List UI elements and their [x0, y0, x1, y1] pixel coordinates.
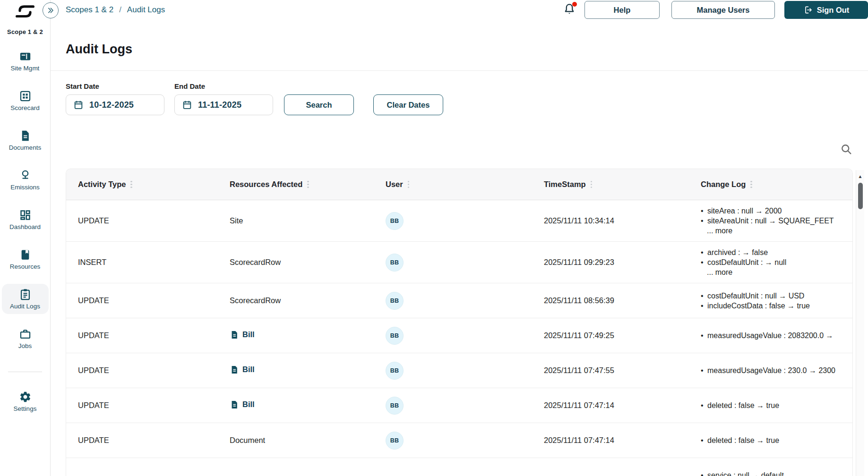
- user-avatar[interactable]: BB: [386, 362, 404, 380]
- manage-users-button[interactable]: Manage Users: [671, 1, 775, 19]
- start-date-input[interactable]: 10-12-2025: [66, 94, 164, 115]
- column-header-activity-type[interactable]: Activity Type: [66, 180, 218, 189]
- column-menu-icon[interactable]: [591, 181, 593, 188]
- user-avatar[interactable]: BB: [386, 212, 404, 230]
- bullet-icon: •: [701, 216, 707, 226]
- user-avatar[interactable]: BB: [386, 292, 404, 310]
- sidebar-expand-button[interactable]: [43, 2, 59, 18]
- user-cell: BB: [374, 209, 532, 233]
- resource-link[interactable]: Bill: [230, 330, 255, 340]
- resource-cell: Site: [218, 211, 374, 231]
- clear-dates-button[interactable]: Clear Dates: [373, 94, 443, 115]
- resource-name: Bill: [242, 330, 255, 339]
- start-date-label: Start Date: [66, 82, 164, 90]
- timestamp-cell: 2025/11/11 09:29:23: [532, 252, 689, 272]
- column-menu-icon[interactable]: [307, 181, 309, 188]
- timestamp-cell: [532, 470, 689, 476]
- column-menu-icon[interactable]: [750, 181, 752, 188]
- activity-type-cell: UPDATE: [66, 430, 218, 450]
- sidebar-item-settings[interactable]: Settings: [2, 386, 49, 416]
- column-header-change-log[interactable]: Change Log: [689, 180, 852, 189]
- sidebar-item-label: Emissions: [10, 184, 40, 191]
- change-log-cell: •measuredUsageValue : 2083200.0 →: [689, 325, 852, 346]
- notification-bell-icon[interactable]: [562, 2, 577, 17]
- settings-icon: [19, 391, 32, 403]
- change-log-cell: •archived : → false•costDefaultUnit : → …: [689, 242, 852, 283]
- sidebar-item-resources[interactable]: Resources: [2, 244, 49, 274]
- workspace-label: Scope 1 & 2: [7, 28, 43, 35]
- search-button[interactable]: Search: [284, 94, 354, 115]
- sidebar-item-site-mgmt[interactable]: Site Mgmt: [2, 46, 49, 76]
- bullet-icon: •: [701, 366, 707, 375]
- column-label: Activity Type: [78, 180, 126, 189]
- breadcrumb: Scopes 1 & 2 / Audit Logs: [66, 0, 165, 20]
- column-menu-icon[interactable]: [408, 181, 410, 188]
- change-log-cell: •service : null → default: [689, 465, 852, 476]
- timestamp-cell: 2025/11/11 08:56:39: [532, 290, 689, 311]
- scrollbar-up-button[interactable]: ▲: [856, 170, 864, 179]
- activity-type-cell: [66, 470, 218, 476]
- user-avatar[interactable]: BB: [386, 432, 404, 450]
- end-date-input[interactable]: 11-11-2025: [174, 94, 273, 115]
- bullet-icon: •: [701, 206, 707, 216]
- timestamp-cell: 2025/11/11 10:34:14: [532, 211, 689, 231]
- table-row: UPDATEBillBB2025/11/11 07:47:55•measured…: [66, 353, 852, 388]
- emissions-icon: [19, 169, 32, 182]
- user-avatar[interactable]: BB: [386, 254, 404, 272]
- table-header-row: Activity TypeResources AffectedUserTimeS…: [66, 169, 852, 200]
- change-entry: •costDefaultUnit : → null: [701, 257, 852, 267]
- change-log-cell: •measuredUsageValue : 230.0 → 2300: [689, 360, 852, 381]
- change-entry: •archived : → false: [701, 247, 852, 257]
- sidebar-item-documents[interactable]: Documents: [2, 125, 49, 155]
- table-scrollbar[interactable]: ▲: [856, 170, 864, 476]
- scrollbar-thumb[interactable]: [858, 183, 863, 209]
- table-row: UPDATEBillBB2025/11/11 07:49:25•measured…: [66, 318, 852, 353]
- help-button[interactable]: Help: [584, 1, 660, 19]
- sidebar-item-emissions[interactable]: Emissions: [2, 165, 49, 195]
- search-icon[interactable]: [840, 143, 853, 156]
- resource-cell: Bill: [218, 359, 374, 382]
- bullet-icon: •: [701, 470, 707, 476]
- column-label: User: [386, 180, 403, 189]
- app-logo: [11, 2, 39, 22]
- resource-cell: [218, 470, 374, 476]
- column-label: Change Log: [701, 180, 746, 189]
- notification-dot: [572, 2, 577, 7]
- sign-out-button[interactable]: Sign Out: [784, 1, 868, 19]
- timestamp-cell: 2025/11/11 07:47:14: [532, 395, 689, 416]
- column-header-resources-affected[interactable]: Resources Affected: [218, 180, 374, 189]
- column-label: Resources Affected: [230, 180, 302, 189]
- bullet-icon: •: [701, 331, 707, 340]
- resource-link[interactable]: Bill: [230, 365, 255, 374]
- resource-cell: Document: [218, 430, 374, 450]
- change-entry: •includeCostData : false → true: [701, 301, 852, 311]
- activity-type-cell: INSERT: [66, 252, 218, 272]
- change-entry: •measuredUsageValue : 230.0 → 2300: [701, 366, 852, 375]
- resource-link[interactable]: Bill: [230, 400, 255, 409]
- column-menu-icon[interactable]: [130, 181, 132, 188]
- column-header-user[interactable]: User: [374, 180, 532, 189]
- end-date-value: 11-11-2025: [198, 100, 241, 110]
- user-cell: BB: [374, 289, 532, 313]
- bullet-icon: •: [701, 291, 707, 301]
- sidebar-item-scorecard[interactable]: Scorecard: [2, 85, 49, 116]
- breadcrumb-item-audit-logs[interactable]: Audit Logs: [127, 5, 165, 15]
- change-log-cell: •costDefaultUnit : null → USD•includeCos…: [689, 285, 852, 316]
- resources-icon: [19, 248, 32, 261]
- user-cell: BB: [374, 429, 532, 452]
- column-header-timestamp[interactable]: TimeStamp: [532, 180, 689, 189]
- end-date-group: End Date 11-11-2025: [174, 82, 273, 115]
- sidebar-item-dashboard[interactable]: Dashboard: [2, 204, 49, 235]
- table-body: UPDATESiteBB2025/11/11 10:34:14•siteArea…: [66, 200, 852, 476]
- show-more-link[interactable]: ... more: [701, 267, 852, 277]
- show-more-link[interactable]: ... more: [701, 226, 852, 236]
- sidebar-item-audit-logs[interactable]: Audit Logs: [2, 284, 49, 314]
- breadcrumb-item-scopes[interactable]: Scopes 1 & 2: [66, 5, 113, 15]
- activity-type-cell: UPDATE: [66, 290, 218, 311]
- user-avatar[interactable]: BB: [386, 327, 404, 345]
- double-chevron-right-icon: [45, 5, 56, 16]
- sidebar-item-label: Documents: [9, 144, 41, 151]
- sidebar-item-jobs[interactable]: Jobs: [2, 323, 49, 354]
- site-mgmt-icon: [19, 50, 32, 63]
- user-avatar[interactable]: BB: [386, 397, 404, 415]
